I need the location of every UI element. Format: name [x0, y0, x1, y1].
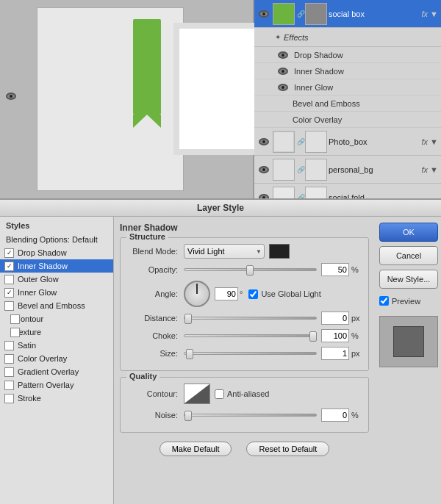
- style-item-label: Bevel and Emboss: [18, 301, 85, 310]
- style-item-inner-shadow[interactable]: Inner Shadow: [0, 259, 113, 273]
- cancel-button[interactable]: Cancel: [379, 246, 438, 265]
- layer-chain-icon: 🔗: [296, 159, 305, 181]
- ok-button[interactable]: OK: [379, 223, 438, 242]
- choke-label: Choke:: [126, 331, 178, 340]
- layer-row[interactable]: 🔗 social fold: [254, 184, 441, 198]
- new-style-button[interactable]: New Style...: [379, 270, 438, 289]
- angle-dial[interactable]: [184, 281, 210, 307]
- preview-label: Preview: [379, 296, 437, 306]
- layer-chain-icon: 🔗: [296, 187, 305, 199]
- style-checkbox[interactable]: [4, 341, 14, 350]
- effect-inner-glow[interactable]: Inner Glow: [254, 79, 441, 96]
- layer-visibility-icon[interactable]: [257, 135, 270, 148]
- noise-input[interactable]: [321, 408, 349, 422]
- layer-name: personal_bg: [329, 165, 419, 174]
- opacity-slider-container: %: [184, 263, 362, 276]
- size-slider-track[interactable]: [184, 352, 317, 355]
- layer-visibility-icon[interactable]: [257, 7, 270, 21]
- reset-default-button[interactable]: Reset to Default: [246, 442, 329, 456]
- style-item-inner-glow[interactable]: Inner Glow: [0, 286, 113, 299]
- effect-eye-icon[interactable]: [276, 81, 290, 94]
- style-checkbox[interactable]: [4, 367, 14, 377]
- preview-box: [379, 316, 438, 367]
- layer-thumbnail: [273, 187, 295, 199]
- style-item-bevel-emboss[interactable]: Bevel and Emboss: [0, 299, 113, 312]
- contour-thumbnail[interactable]: [184, 384, 210, 404]
- effect-drop-shadow[interactable]: Drop Shadow: [254, 47, 441, 63]
- choke-input[interactable]: [321, 329, 349, 342]
- layer-name: social box: [329, 10, 419, 18]
- effect-name: Inner Glow: [294, 83, 333, 92]
- canvas-eye-icon[interactable]: [6, 93, 16, 100]
- style-item-label: Drop Shadow: [18, 248, 67, 257]
- style-checkbox[interactable]: [10, 328, 20, 337]
- style-checkbox[interactable]: [4, 301, 14, 311]
- opacity-label: Opacity:: [126, 265, 178, 274]
- opacity-slider-thumb[interactable]: [246, 265, 254, 276]
- noise-slider-track[interactable]: [184, 414, 317, 417]
- blend-mode-row: Blend Mode: Vivid Light: [126, 244, 362, 259]
- panel-title: Inner Shadow: [120, 223, 369, 233]
- style-checkbox[interactable]: [4, 262, 14, 271]
- contour-row: Contour: Anti-aliased: [126, 384, 362, 404]
- layer-row[interactable]: 🔗 Photo_box fx ▼: [254, 128, 441, 156]
- style-item-color-overlay[interactable]: Color Overlay: [0, 352, 113, 365]
- style-item-label: Stroke: [18, 394, 41, 403]
- layer-row[interactable]: 🔗 personal_bg fx ▼: [254, 156, 441, 184]
- effect-eye-icon[interactable]: [276, 48, 290, 62]
- style-checkbox[interactable]: [4, 394, 14, 403]
- distance-slider-thumb[interactable]: [184, 314, 192, 324]
- effect-inner-shadow[interactable]: Inner Shadow: [254, 63, 441, 79]
- style-item-stroke[interactable]: Stroke: [0, 392, 113, 405]
- layer-visibility-icon[interactable]: [257, 163, 270, 176]
- style-item-outer-glow[interactable]: Outer Glow: [0, 273, 113, 286]
- choke-unit: %: [351, 331, 362, 340]
- style-item-label: Outer Glow: [18, 275, 59, 284]
- distance-slider-track[interactable]: [184, 317, 317, 320]
- style-item-drop-shadow[interactable]: Drop Shadow: [0, 246, 113, 259]
- anti-aliased-label: Anti-aliased: [215, 389, 269, 399]
- layer-row[interactable]: 🔗 social box fx ▼: [254, 0, 441, 28]
- style-checkbox[interactable]: [10, 314, 20, 324]
- make-default-button[interactable]: Make Default: [159, 442, 232, 456]
- blend-mode-label: Blend Mode:: [126, 247, 178, 256]
- effect-eye-icon[interactable]: [276, 65, 290, 78]
- choke-slider-thumb[interactable]: [309, 331, 317, 342]
- style-item-contour[interactable]: Contour: [0, 312, 113, 325]
- blend-color-swatch[interactable]: [269, 244, 290, 259]
- opacity-input[interactable]: [321, 263, 349, 276]
- size-input[interactable]: [321, 347, 349, 360]
- angle-input[interactable]: [215, 287, 238, 300]
- noise-row: Noise: %: [126, 408, 362, 422]
- style-item-pattern-overlay[interactable]: Pattern Overlay: [0, 378, 113, 392]
- style-checkbox[interactable]: [4, 381, 14, 390]
- noise-unit: %: [351, 411, 362, 420]
- size-row: Size: px: [126, 347, 362, 360]
- style-checkbox[interactable]: [4, 248, 14, 258]
- size-slider-thumb[interactable]: [186, 349, 193, 359]
- style-checkbox[interactable]: [4, 288, 14, 298]
- anti-aliased-checkbox[interactable]: [215, 389, 224, 399]
- choke-slider-track[interactable]: [184, 334, 317, 337]
- layer-fx-badge: fx ▼: [422, 10, 439, 18]
- effect-bevel-emboss[interactable]: Bevel and Emboss: [254, 96, 441, 112]
- style-checkbox[interactable]: [4, 354, 14, 364]
- noise-slider-thumb[interactable]: [184, 411, 192, 421]
- style-item-gradient-overlay[interactable]: Gradient Overlay: [0, 365, 113, 378]
- distance-input[interactable]: [321, 312, 349, 325]
- blend-mode-select[interactable]: Vivid Light: [184, 244, 265, 259]
- use-global-light-label: Use Global Light: [248, 289, 320, 299]
- layer-visibility-icon[interactable]: [257, 191, 270, 199]
- preview-checkbox[interactable]: [379, 296, 389, 306]
- dialog-title: Layer Style: [197, 203, 244, 213]
- style-checkbox[interactable]: [4, 275, 14, 284]
- distance-label: Distance:: [126, 314, 178, 323]
- style-item-blending-options[interactable]: Blending Options: Default: [0, 233, 113, 246]
- styles-list: Styles Blending Options: Default Drop Sh…: [0, 217, 114, 504]
- effect-color-overlay[interactable]: Color Overlay: [254, 112, 441, 128]
- style-item-texture[interactable]: Texture: [0, 325, 113, 339]
- style-item-satin[interactable]: Satin: [0, 339, 113, 352]
- opacity-slider-track[interactable]: [184, 268, 317, 271]
- use-global-light-checkbox[interactable]: [248, 289, 258, 299]
- style-item-label: Inner Glow: [18, 288, 57, 297]
